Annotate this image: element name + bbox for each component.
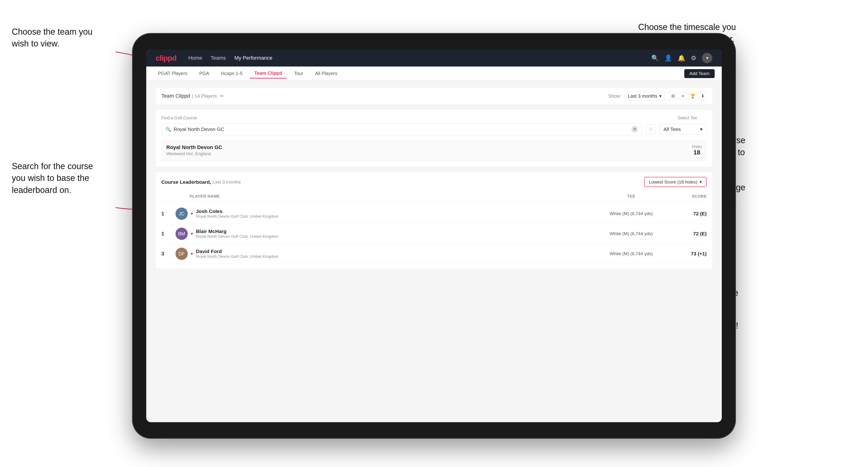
favourite-button[interactable]: ☆ xyxy=(646,124,656,134)
player-info: David Ford Royal North Devon Golf Club, … xyxy=(196,249,593,259)
search-text: Royal North Devon GC xyxy=(174,126,631,132)
list-view-icon[interactable]: ≡ xyxy=(679,92,687,100)
grid-view-icon[interactable]: ⊞ xyxy=(669,92,677,100)
heart-icon[interactable]: ♥ xyxy=(191,211,193,216)
annotation-course-search: Search for the course you wish to base t… xyxy=(12,160,93,196)
annotation-team-choice: Choose the team you wish to view. xyxy=(12,26,92,50)
table-header: PLAYER NAME TEE SCORE xyxy=(161,192,707,201)
leaderboard-card: Course Leaderboard, Last 3 months Lowest… xyxy=(156,172,712,269)
team-header: Team Clippd | 14 Players ✏ Show: Last 3 … xyxy=(156,88,712,104)
player-name: David Ford xyxy=(196,249,593,254)
tab-tour[interactable]: Tour xyxy=(289,69,308,78)
course-result-name: Royal North Devon GC xyxy=(166,144,222,151)
player-row: 1 BM ♥ Blair McHarg Royal North Devon Go… xyxy=(161,224,707,244)
main-content: Team Clippd | 14 Players ✏ Show: Last 3 … xyxy=(146,81,722,422)
course-result-location: Westward Ho!, England xyxy=(166,151,222,156)
player-rank: 1 xyxy=(161,231,176,237)
player-club: Royal North Devon Golf Club, United King… xyxy=(196,254,593,259)
bell-icon[interactable]: 🔔 xyxy=(678,55,685,62)
tab-bar: PGAT Players PGA Hcaps 1-5 Team Clippd T… xyxy=(146,66,722,81)
tablet-screen: clippd Home Teams My Performance 🔍 👤 🔔 ⚙… xyxy=(146,50,722,422)
player-club: Royal North Devon Golf Club, United King… xyxy=(196,234,593,239)
brand-logo: clippd xyxy=(156,54,177,63)
search-icon[interactable]: 🔍 xyxy=(651,55,659,62)
holes-value: 18 xyxy=(692,149,702,156)
tab-hcaps[interactable]: Hcaps 1-5 xyxy=(216,69,247,78)
nav-my-performance[interactable]: My Performance xyxy=(235,55,272,61)
trophy-icon[interactable]: 🏆 xyxy=(689,92,697,100)
player-name: Blair McHarg xyxy=(196,228,593,234)
heart-icon[interactable]: ♥ xyxy=(191,251,193,256)
download-icon[interactable]: ⬇ xyxy=(699,92,707,100)
find-course-label: Find a Golf Course xyxy=(161,116,197,121)
course-search-card: Find a Golf Course Select Tee 🔍 Royal No… xyxy=(156,110,712,166)
avatar: DF xyxy=(176,248,188,260)
tab-pgat[interactable]: PGAT Players xyxy=(153,69,192,78)
edit-team-icon[interactable]: ✏ xyxy=(220,93,224,99)
score-type-dropdown[interactable]: Lowest Score (18 holes) ▾ xyxy=(644,177,707,187)
nav-links: Home Teams My Performance xyxy=(188,55,651,61)
course-search-input[interactable]: 🔍 Royal North Devon GC ✕ xyxy=(161,123,642,135)
nav-home[interactable]: Home xyxy=(188,55,202,61)
leaderboard-header: Course Leaderboard, Last 3 months Lowest… xyxy=(161,177,707,187)
player-tee: White (M) (6,744 yds) xyxy=(593,231,669,236)
select-tee-label: Select Tee xyxy=(677,116,697,121)
settings-icon[interactable]: ⚙ xyxy=(691,55,696,62)
player-club: Royal North Devon Golf Club, United King… xyxy=(196,214,593,219)
player-name: Josh Coles xyxy=(196,209,593,214)
team-name: Team Clippd xyxy=(161,93,190,99)
search-icon-inner: 🔍 xyxy=(165,126,171,132)
time-period-dropdown[interactable]: Last 3 months ▾ xyxy=(624,92,665,100)
holes-label: Holes xyxy=(692,145,702,149)
navbar-icons: 🔍 👤 🔔 ⚙ ▾ xyxy=(651,53,712,63)
leaderboard-subtitle: Last 3 months xyxy=(213,180,241,185)
col-player-header: PLAYER NAME xyxy=(176,194,593,199)
holes-box: Holes 18 xyxy=(692,145,702,156)
tab-team-clippd[interactable]: Team Clippd xyxy=(250,69,287,79)
col-score-header: SCORE xyxy=(669,194,707,199)
player-count: | 14 Players xyxy=(192,93,217,99)
show-label: Show: xyxy=(608,93,621,99)
tee-select-dropdown[interactable]: All Tees ▾ xyxy=(659,124,707,135)
player-row: 3 DF ♥ David Ford Royal North Devon Golf… xyxy=(161,244,707,264)
player-rank: 1 xyxy=(161,211,176,217)
navbar: clippd Home Teams My Performance 🔍 👤 🔔 ⚙… xyxy=(146,50,722,66)
avatar: JC xyxy=(176,208,188,220)
add-team-button[interactable]: Add Team xyxy=(684,69,715,78)
player-tee: White (M) (6,744 yds) xyxy=(593,251,669,256)
nav-teams[interactable]: Teams xyxy=(211,55,226,61)
view-icons: ⊞ ≡ 🏆 ⬇ xyxy=(669,92,707,100)
avatar: BM xyxy=(176,228,188,240)
search-labels: Find a Golf Course Select Tee xyxy=(161,116,707,121)
avatar-button[interactable]: ▾ xyxy=(702,53,712,63)
heart-icon[interactable]: ♥ xyxy=(191,231,193,236)
course-result: Royal North Devon GC Westward Ho!, Engla… xyxy=(161,140,707,161)
player-score: 72 (E) xyxy=(669,231,707,237)
player-info: Josh Coles Royal North Devon Golf Club, … xyxy=(196,209,593,219)
col-tee-header: TEE xyxy=(593,194,669,199)
player-score: 73 (+1) xyxy=(669,251,707,257)
tab-pga[interactable]: PGA xyxy=(195,69,214,78)
users-icon[interactable]: 👤 xyxy=(664,55,672,62)
player-score: 72 (E) xyxy=(669,211,707,217)
clear-search-button[interactable]: ✕ xyxy=(631,126,638,132)
course-info: Royal North Devon GC Westward Ho!, Engla… xyxy=(166,144,222,156)
player-row: 1 JC ♥ Josh Coles Royal North Devon Golf… xyxy=(161,204,707,224)
player-info: Blair McHarg Royal North Devon Golf Club… xyxy=(196,228,593,239)
leaderboard-title: Course Leaderboard, xyxy=(161,179,211,185)
tab-all-players[interactable]: All Players xyxy=(310,69,342,78)
tablet-frame: clippd Home Teams My Performance 🔍 👤 🔔 ⚙… xyxy=(132,33,736,439)
player-tee: White (M) (6,744 yds) xyxy=(593,211,669,216)
player-rank: 3 xyxy=(161,251,176,257)
search-row: 🔍 Royal North Devon GC ✕ ☆ All Tees ▾ xyxy=(161,123,707,135)
